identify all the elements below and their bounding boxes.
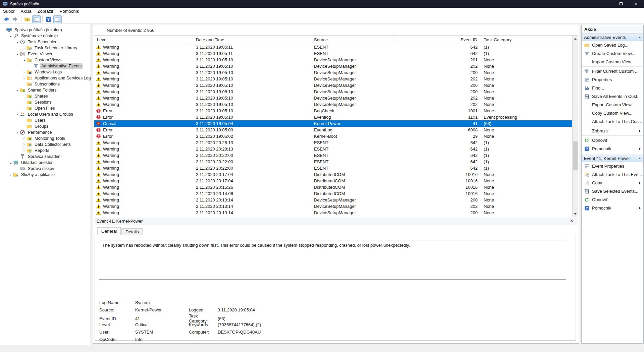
expand-chevron-icon[interactable] xyxy=(21,148,26,153)
event-row[interactable]: Error3.11.2020 19:05:10BugCheck1001None xyxy=(94,108,572,114)
close-button[interactable]: × xyxy=(629,0,644,8)
expand-chevron-icon[interactable] xyxy=(21,136,26,141)
collapse-chevron-icon[interactable] xyxy=(8,160,13,165)
event-row[interactable]: Warning2.11.2020 20:15:26DistributedCOM1… xyxy=(94,184,572,190)
tree-item-groups[interactable]: Groups xyxy=(0,123,91,129)
tree-item-spr-vca-zariaden[interactable]: Správca zariadení xyxy=(0,154,91,160)
back-button[interactable] xyxy=(2,15,10,23)
close-preview-icon[interactable]: × xyxy=(570,218,573,224)
tree-item-slu-by-a-aplik-cie[interactable]: Služby a aplikácie xyxy=(0,172,91,178)
scroll-up-button[interactable] xyxy=(573,36,578,42)
event-row[interactable]: Warning2.11.2020 20:13:14DeviceSetupMana… xyxy=(94,203,572,210)
collapse-chevron-icon[interactable] xyxy=(15,52,20,56)
event-row[interactable]: Error3.11.2020 19:05:09EventLog6008None xyxy=(94,127,572,133)
event-row[interactable]: Warning2.11.2020 20:17:04DistributedCOM1… xyxy=(94,178,572,184)
expand-chevron-icon[interactable] xyxy=(21,142,26,147)
tree-item-users[interactable]: Users xyxy=(0,117,91,123)
action-event-properties[interactable]: Event Properties xyxy=(582,162,643,170)
help-button[interactable]: ? xyxy=(44,15,53,23)
tree-item-data-collector-sets[interactable]: Data Collector Sets xyxy=(0,141,91,148)
action-import-custom-view[interactable]: Import Custom View... xyxy=(582,58,643,66)
event-row[interactable]: Error3.11.2020 19:05:10Eventlog1101Event… xyxy=(94,114,572,120)
collapse-section-icon[interactable] xyxy=(638,37,641,38)
event-row[interactable]: Warning3.11.2020 19:05:10DeviceSetupMana… xyxy=(94,69,572,76)
tree-item-event-viewer[interactable]: Event Viewer xyxy=(0,51,91,57)
collapse-chevron-icon[interactable] xyxy=(8,34,13,38)
tab-details[interactable]: Details xyxy=(121,228,143,235)
collapse-chevron-icon[interactable] xyxy=(15,112,20,117)
event-row[interactable]: Warning2.11.2020 20:22:00ESENT642(1) xyxy=(94,159,572,165)
column-header-task-category[interactable]: Task Category xyxy=(481,36,572,44)
scrollbar-thumb[interactable] xyxy=(573,141,578,170)
event-row[interactable]: Warning2.11.2020 20:28:13ESENT642(1) xyxy=(94,139,572,146)
collapse-chevron-icon[interactable] xyxy=(15,88,20,93)
event-row[interactable]: Critical3.11.2020 19:05:04Kernel-Power41… xyxy=(94,120,572,127)
action-obnovi[interactable]: Obnoviť xyxy=(582,136,643,144)
expand-chevron-icon[interactable] xyxy=(8,172,13,177)
event-row[interactable]: Warning3.11.2020 19:05:10DeviceSetupMana… xyxy=(94,89,572,95)
show-action-pane-button[interactable] xyxy=(53,15,62,23)
maximize-button[interactable] xyxy=(613,0,629,8)
action-attach-task-to-this-eve[interactable]: Attach Task To This Eve... xyxy=(582,170,643,179)
event-row[interactable]: Warning3.11.2020 19:05:10DeviceSetupMana… xyxy=(94,101,572,108)
action-copy[interactable]: Copy xyxy=(582,179,643,187)
minimize-button[interactable] xyxy=(598,0,613,8)
collapse-chevron-icon[interactable] xyxy=(15,130,20,135)
column-header-event-id[interactable]: Event ID xyxy=(394,36,481,44)
tree-item-shared-folders[interactable]: Shared Folders xyxy=(0,87,91,93)
tree-item-local-users-and-groups[interactable]: Local Users and Groups xyxy=(0,111,91,117)
event-row[interactable]: Warning2.11.2020 20:13:14DeviceSetupMana… xyxy=(94,210,572,216)
collapse-section-icon[interactable] xyxy=(638,158,641,159)
tree-item-applications-and-services-logs[interactable]: Applications and Services Logs xyxy=(0,75,91,81)
expand-chevron-icon[interactable] xyxy=(21,70,26,74)
menu-akcia[interactable]: Akcia xyxy=(18,8,35,15)
action-obnovi[interactable]: Obnoviť xyxy=(582,195,643,204)
column-header-date-and-time[interactable]: Date and Time xyxy=(193,36,311,44)
action-save-all-events-in-cust[interactable]: Save All Events in Cust... xyxy=(582,92,643,101)
tree-item-administrative-events[interactable]: Administrative Events xyxy=(0,63,91,69)
menu-zobrazi[interactable]: Zobraziť xyxy=(35,8,57,15)
action-section-header-event-41-kernel-power[interactable]: Event 41, Kernel-Power xyxy=(582,155,643,162)
tree-item-spr-va-po-ta-a-lok-lne[interactable]: Správa počítača (lokálne) xyxy=(0,27,91,33)
expand-chevron-icon[interactable] xyxy=(21,46,26,50)
action-find[interactable]: Find... xyxy=(582,84,643,92)
action-properties[interactable]: Properties xyxy=(582,75,643,84)
tree-item-open-files[interactable]: Open Files xyxy=(0,105,91,111)
vertical-scrollbar[interactable] xyxy=(572,36,578,217)
action-attach-task-to-this-cus[interactable]: Attach Task To This Cus... xyxy=(582,117,643,126)
event-row[interactable]: Warning2.11.2020 20:14:06DistributedCOM1… xyxy=(94,190,572,197)
tab-general[interactable]: General xyxy=(97,227,121,235)
event-row[interactable]: Warning3.11.2020 19:05:11ESENT642(1) xyxy=(94,50,572,57)
event-row[interactable]: Warning3.11.2020 19:05:10DeviceSetupMana… xyxy=(94,82,572,89)
event-row[interactable]: Warning3.11.2020 19:05:10DeviceSetupMana… xyxy=(94,63,572,69)
expand-chevron-icon[interactable] xyxy=(21,76,26,80)
action-open-saved-log[interactable]: Open Saved Log... xyxy=(582,41,643,49)
event-row[interactable]: Warning2.11.2020 20:28:13ESENT642(1) xyxy=(94,146,572,152)
action-pomocn-k[interactable]: ?Pomocník xyxy=(582,144,643,153)
action-export-custom-view[interactable]: Export Custom View... xyxy=(582,101,643,109)
tree-item-shares[interactable]: Shares xyxy=(0,93,91,99)
event-row[interactable]: Warning3.11.2020 19:05:11ESENT642(1) xyxy=(94,44,572,50)
tree-item-ukladac-priestor[interactable]: Ukladací priestor xyxy=(0,160,91,166)
column-header-source[interactable]: Source xyxy=(311,36,394,44)
tree-item-task-scheduler[interactable]: Task Scheduler xyxy=(0,39,91,45)
tree-item-subscriptions[interactable]: Subscriptions xyxy=(0,81,91,87)
action-zobrazi[interactable]: Zobraziť xyxy=(582,127,643,135)
event-row[interactable]: Warning3.11.2020 19:05:10DeviceSetupMana… xyxy=(94,57,572,63)
action-save-selected-events[interactable]: Save Selected Events... xyxy=(582,187,643,195)
forward-button[interactable] xyxy=(11,15,19,23)
action-copy-custom-view[interactable]: Copy Custom View... xyxy=(582,109,643,117)
event-row[interactable]: Warning2.11.2020 20:17:04DistributedCOM1… xyxy=(94,171,572,178)
action-section-header-administrative-events[interactable]: Administrative Events xyxy=(582,34,643,41)
action-pomocn-k[interactable]: ?Pomocník xyxy=(582,204,643,212)
tree-item-task-scheduler-library[interactable]: Task Scheduler Library xyxy=(0,45,91,51)
event-row[interactable]: Warning2.11.2020 20:22:00ESENT642(1) xyxy=(94,165,572,171)
collapse-chevron-icon[interactable] xyxy=(15,40,20,44)
menu-s-bor[interactable]: Súbor xyxy=(0,8,18,15)
show-console-tree-button[interactable] xyxy=(32,15,41,23)
up-one-level-button[interactable] xyxy=(23,15,32,23)
event-row[interactable]: Warning2.11.2020 20:13:14DeviceSetupMana… xyxy=(94,197,572,203)
collapse-chevron-icon[interactable] xyxy=(21,58,26,62)
tree-item-sessions[interactable]: Sessions xyxy=(0,99,91,105)
event-row[interactable]: Error3.11.2020 19:05:02Kernel-Boot29None xyxy=(94,133,572,139)
